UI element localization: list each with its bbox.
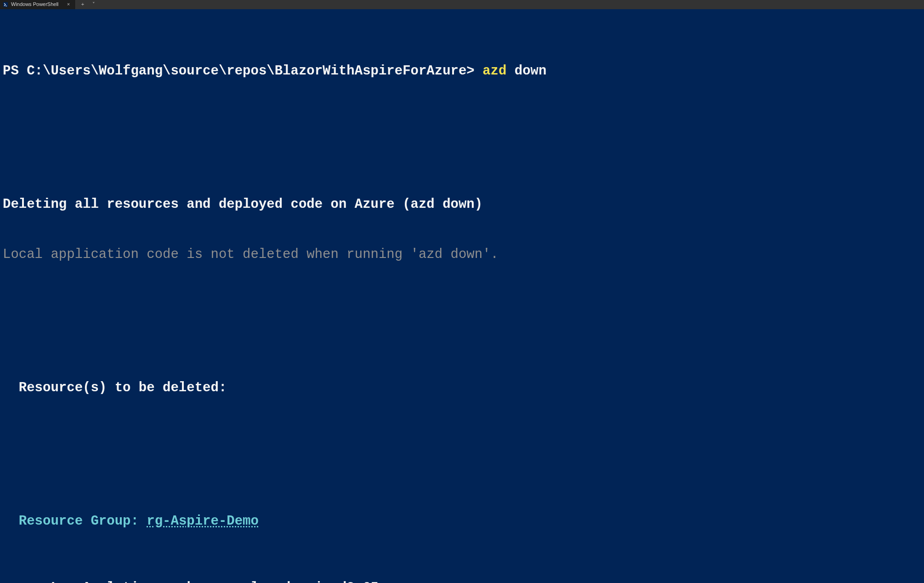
tab-title: Windows PowerShell xyxy=(11,1,62,8)
title-bar: Windows PowerShell × + ˅ xyxy=(0,0,924,9)
powershell-icon xyxy=(3,2,8,7)
resource-item: • Log Analytics workspace: law-dzpsipnd2… xyxy=(3,580,921,583)
operation-subtitle: Local application code is not deleted wh… xyxy=(3,246,921,263)
new-tab-button[interactable]: + xyxy=(79,1,86,8)
tab-controls: + ˅ xyxy=(76,0,101,9)
command-name: azd xyxy=(482,63,506,79)
operation-title: Deleting all resources and deployed code… xyxy=(3,196,921,213)
terminal-output[interactable]: PS C:\Users\Wolfgang\source\repos\Blazor… xyxy=(0,9,924,583)
resource-group-line: Resource Group: rg-Aspire-Demo xyxy=(3,513,921,530)
resources-heading: Resource(s) to be deleted: xyxy=(3,380,921,396)
tab-close-button[interactable]: × xyxy=(65,1,72,8)
prompt-line: PS C:\Users\Wolfgang\source\repos\Blazor… xyxy=(3,63,921,80)
resource-group-label: Resource Group: xyxy=(3,514,147,529)
tab-dropdown-button[interactable]: ˅ xyxy=(91,1,97,8)
command-arg: down xyxy=(506,63,546,79)
resource-group-name: rg-Aspire-Demo xyxy=(147,514,259,529)
prompt-prefix: PS C:\Users\Wolfgang\source\repos\Blazor… xyxy=(3,63,482,79)
terminal-tab[interactable]: Windows PowerShell × xyxy=(0,0,76,9)
